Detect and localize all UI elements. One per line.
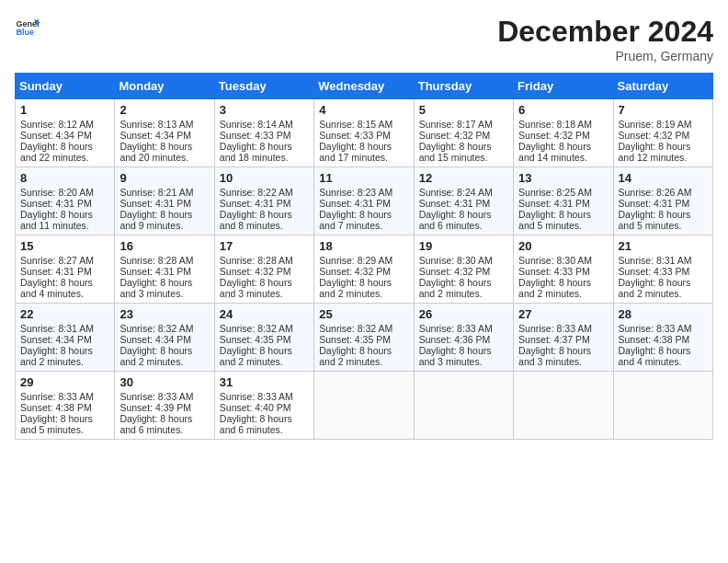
- sunset: Sunset: 4:39 PM: [119, 402, 191, 413]
- day-number: 12: [419, 171, 508, 185]
- calendar-cell: 6Sunrise: 8:18 AMSunset: 4:32 PMDaylight…: [514, 99, 613, 167]
- daylight: Daylight: 8 hours and 5 minutes.: [20, 413, 93, 435]
- day-headers: SundayMondayTuesdayWednesdayThursdayFrid…: [16, 74, 713, 99]
- calendar-cell: 1Sunrise: 8:12 AMSunset: 4:34 PMDaylight…: [16, 99, 115, 167]
- calendar-cell: 18Sunrise: 8:29 AMSunset: 4:32 PMDayligh…: [314, 236, 414, 304]
- daylight: Daylight: 8 hours and 3 minutes.: [518, 345, 591, 367]
- sunset: Sunset: 4:31 PM: [119, 198, 191, 209]
- header: General Blue December 2024 Pruem, German…: [15, 15, 713, 63]
- day-number: 14: [619, 171, 708, 185]
- calendar-cell: 13Sunrise: 8:25 AMSunset: 4:31 PMDayligh…: [514, 167, 613, 236]
- calendar-cell: 4Sunrise: 8:15 AMSunset: 4:33 PMDaylight…: [314, 99, 414, 167]
- day-header-sunday: Sunday: [16, 74, 115, 99]
- week-row-2: 8Sunrise: 8:20 AMSunset: 4:31 PMDaylight…: [16, 167, 713, 236]
- sunrise: Sunrise: 8:29 AM: [319, 255, 392, 266]
- calendar-cell: 29Sunrise: 8:33 AMSunset: 4:38 PMDayligh…: [16, 372, 115, 440]
- day-number: 13: [518, 171, 608, 185]
- day-number: 3: [220, 103, 309, 117]
- daylight: Daylight: 8 hours and 17 minutes.: [319, 141, 392, 163]
- calendar-cell: [514, 372, 613, 440]
- daylight: Daylight: 8 hours and 2 minutes.: [119, 345, 192, 367]
- calendar-cell: 19Sunrise: 8:30 AMSunset: 4:32 PMDayligh…: [414, 236, 513, 304]
- calendar-cell: 25Sunrise: 8:32 AMSunset: 4:35 PMDayligh…: [314, 304, 414, 372]
- calendar-cell: 27Sunrise: 8:33 AMSunset: 4:37 PMDayligh…: [514, 304, 613, 372]
- daylight: Daylight: 8 hours and 2 minutes.: [319, 345, 392, 367]
- sunrise: Sunrise: 8:33 AM: [119, 391, 193, 402]
- sunset: Sunset: 4:33 PM: [619, 266, 690, 277]
- sunrise: Sunrise: 8:23 AM: [319, 187, 392, 198]
- day-number: 10: [220, 171, 309, 185]
- sunrise: Sunrise: 8:33 AM: [20, 391, 94, 402]
- sunrise: Sunrise: 8:22 AM: [220, 187, 293, 198]
- day-number: 6: [518, 103, 608, 117]
- day-number: 8: [20, 171, 109, 185]
- daylight: Daylight: 8 hours and 5 minutes.: [619, 209, 691, 231]
- title-area: December 2024 Pruem, Germany: [497, 15, 713, 63]
- day-number: 16: [119, 239, 209, 253]
- daylight: Daylight: 8 hours and 18 minutes.: [220, 141, 292, 163]
- daylight: Daylight: 8 hours and 2 minutes.: [220, 345, 292, 367]
- sunrise: Sunrise: 8:30 AM: [419, 255, 493, 266]
- sunset: Sunset: 4:31 PM: [619, 198, 690, 209]
- day-number: 18: [319, 239, 408, 253]
- calendar-cell: 10Sunrise: 8:22 AMSunset: 4:31 PMDayligh…: [214, 167, 313, 236]
- day-header-tuesday: Tuesday: [214, 74, 313, 99]
- day-number: 4: [319, 103, 408, 117]
- sunset: Sunset: 4:32 PM: [319, 266, 391, 277]
- sunrise: Sunrise: 8:32 AM: [319, 323, 392, 334]
- daylight: Daylight: 8 hours and 7 minutes.: [319, 209, 392, 231]
- sunrise: Sunrise: 8:27 AM: [20, 255, 94, 266]
- week-row-3: 15Sunrise: 8:27 AMSunset: 4:31 PMDayligh…: [16, 236, 713, 304]
- calendar-cell: 11Sunrise: 8:23 AMSunset: 4:31 PMDayligh…: [314, 167, 414, 236]
- day-number: 29: [20, 375, 109, 389]
- day-number: 19: [419, 239, 508, 253]
- daylight: Daylight: 8 hours and 3 minutes.: [220, 277, 292, 299]
- week-row-4: 22Sunrise: 8:31 AMSunset: 4:34 PMDayligh…: [16, 304, 713, 372]
- sunset: Sunset: 4:34 PM: [119, 130, 191, 141]
- sunrise: Sunrise: 8:13 AM: [119, 119, 193, 130]
- daylight: Daylight: 8 hours and 20 minutes.: [119, 141, 192, 163]
- daylight: Daylight: 8 hours and 22 minutes.: [20, 141, 93, 163]
- day-number: 24: [220, 307, 309, 321]
- day-header-friday: Friday: [514, 74, 613, 99]
- daylight: Daylight: 8 hours and 2 minutes.: [20, 345, 93, 367]
- sunset: Sunset: 4:31 PM: [20, 198, 92, 209]
- sunset: Sunset: 4:36 PM: [419, 334, 491, 345]
- sunset: Sunset: 4:32 PM: [419, 266, 491, 277]
- day-number: 23: [119, 307, 209, 321]
- calendar-cell: 22Sunrise: 8:31 AMSunset: 4:34 PMDayligh…: [16, 304, 115, 372]
- sunrise: Sunrise: 8:19 AM: [619, 119, 692, 130]
- calendar-cell: 24Sunrise: 8:32 AMSunset: 4:35 PMDayligh…: [214, 304, 313, 372]
- svg-text:Blue: Blue: [16, 28, 34, 37]
- month-title: December 2024: [497, 15, 713, 49]
- sunset: Sunset: 4:35 PM: [220, 334, 291, 345]
- calendar-cell: 26Sunrise: 8:33 AMSunset: 4:36 PMDayligh…: [414, 304, 513, 372]
- calendar-cell: 14Sunrise: 8:26 AMSunset: 4:31 PMDayligh…: [613, 167, 712, 236]
- sunset: Sunset: 4:31 PM: [220, 198, 291, 209]
- sunrise: Sunrise: 8:20 AM: [20, 187, 94, 198]
- day-number: 9: [119, 171, 209, 185]
- week-row-1: 1Sunrise: 8:12 AMSunset: 4:34 PMDaylight…: [16, 99, 713, 167]
- calendar-cell: 23Sunrise: 8:32 AMSunset: 4:34 PMDayligh…: [115, 304, 214, 372]
- daylight: Daylight: 8 hours and 2 minutes.: [619, 277, 691, 299]
- calendar-cell: 16Sunrise: 8:28 AMSunset: 4:31 PMDayligh…: [115, 236, 214, 304]
- sunrise: Sunrise: 8:14 AM: [220, 119, 293, 130]
- sunset: Sunset: 4:31 PM: [20, 266, 92, 277]
- sunrise: Sunrise: 8:28 AM: [220, 255, 293, 266]
- calendar-cell: 20Sunrise: 8:30 AMSunset: 4:33 PMDayligh…: [514, 236, 613, 304]
- sunrise: Sunrise: 8:18 AM: [518, 119, 592, 130]
- sunset: Sunset: 4:33 PM: [518, 266, 590, 277]
- sunrise: Sunrise: 8:15 AM: [319, 119, 392, 130]
- sunrise: Sunrise: 8:21 AM: [119, 187, 193, 198]
- logo-icon: General Blue: [15, 15, 40, 40]
- day-number: 11: [319, 171, 408, 185]
- day-number: 5: [419, 103, 508, 117]
- daylight: Daylight: 8 hours and 8 minutes.: [220, 209, 292, 231]
- sunset: Sunset: 4:32 PM: [619, 130, 690, 141]
- day-number: 22: [20, 307, 109, 321]
- calendar-cell: 7Sunrise: 8:19 AMSunset: 4:32 PMDaylight…: [613, 99, 712, 167]
- sunrise: Sunrise: 8:33 AM: [518, 323, 592, 334]
- day-number: 21: [619, 239, 708, 253]
- sunrise: Sunrise: 8:24 AM: [419, 187, 493, 198]
- calendar-cell: 30Sunrise: 8:33 AMSunset: 4:39 PMDayligh…: [115, 372, 214, 440]
